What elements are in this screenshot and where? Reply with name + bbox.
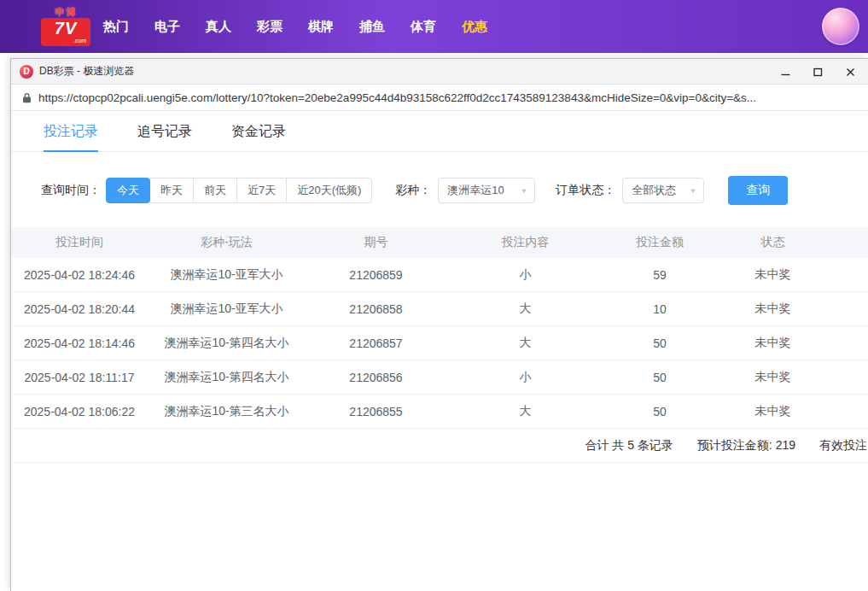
table-row: 2025-04-02 18:14:46 澳洲幸运10-第四名大小 2120685… — [11, 326, 868, 360]
status-filter-label: 订单状态： — [556, 183, 615, 198]
summary-valid-bet: 有效投注 — [819, 438, 867, 453]
window-title: DB彩票 - 极速浏览器 — [39, 64, 134, 79]
tab-bet-records[interactable]: 投注记录 — [44, 112, 98, 151]
bet-records-table: 投注时间 彩种-玩法 期号 投注内容 投注金额 状态 2025-04-02 18… — [11, 227, 868, 463]
nav-item-slots[interactable]: 电子 — [147, 14, 188, 40]
top-navbar: 申博 7V .com 热门 电子 真人 彩票 棋牌 捕鱼 体育 优惠 — [0, 0, 868, 53]
bet-amount: 50 — [604, 336, 715, 350]
col-header-content: 投注内容 — [446, 235, 604, 250]
logo-badge: 7V .com — [41, 18, 90, 46]
lottery-select[interactable]: 澳洲幸运10 ▼ — [438, 178, 535, 203]
table-summary-row: 合计 共 5 条记录 预计投注金额: 219 有效投注 — [11, 429, 868, 463]
chevron-down-icon: ▼ — [520, 187, 527, 195]
filter-yesterday[interactable]: 昨天 — [149, 178, 194, 203]
record-tabs: 投注记录 追号记录 资金记录 — [11, 112, 868, 152]
lottery-filter-label: 彩种： — [395, 183, 431, 198]
bet-status: 未中奖 — [715, 267, 830, 283]
filter-day-before[interactable]: 前天 — [193, 178, 237, 203]
col-header-status: 状态 — [715, 235, 830, 250]
filter-last-20days[interactable]: 近20天(低频) — [286, 178, 372, 203]
window-titlebar: D DB彩票 - 极速浏览器 — [11, 59, 868, 85]
query-button[interactable]: 查询 — [728, 176, 788, 205]
bet-content: 小 — [446, 370, 604, 385]
user-avatar[interactable] — [822, 8, 859, 45]
bet-play: 澳洲幸运10-第四名大小 — [148, 336, 306, 351]
bet-time: 2025-04-02 18:20:44 — [11, 302, 148, 316]
minimize-icon — [781, 67, 790, 77]
nav-item-sports[interactable]: 体育 — [403, 14, 444, 40]
logo-text-sub: .com — [45, 38, 86, 44]
bet-status: 未中奖 — [715, 336, 830, 351]
bet-time: 2025-04-02 18:24:46 — [11, 268, 148, 282]
bet-content: 大 — [446, 336, 604, 351]
bet-issue: 21206859 — [306, 268, 446, 282]
filter-bar: 查询时间： 今天 昨天 前天 近7天 近20天(低频) 彩种： 澳洲幸运10 ▼… — [41, 176, 868, 205]
bet-issue: 21206856 — [306, 371, 446, 384]
logo-text-cn: 申博 — [41, 7, 90, 18]
bet-amount: 50 — [604, 371, 715, 384]
bet-status: 未中奖 — [715, 404, 830, 419]
col-header-issue: 期号 — [306, 235, 446, 250]
nav-item-chess[interactable]: 棋牌 — [300, 14, 341, 40]
nav-item-promo[interactable]: 优惠 — [454, 14, 495, 40]
bet-content: 小 — [446, 267, 604, 283]
order-status-select[interactable]: 全部状态 ▼ — [622, 178, 704, 203]
tab-fund-records[interactable]: 资金记录 — [231, 112, 286, 151]
tab-chase-records[interactable]: 追号记录 — [137, 112, 192, 151]
time-filter-group: 今天 昨天 前天 近7天 近20天(低频) — [106, 178, 372, 203]
table-row: 2025-04-02 18:20:44 澳洲幸运10-亚军大小 21206858… — [11, 292, 868, 326]
bet-time: 2025-04-02 18:11:17 — [11, 371, 148, 384]
table-row: 2025-04-02 18:24:46 澳洲幸运10-亚军大小 21206859… — [11, 258, 868, 292]
status-select-value: 全部状态 — [632, 183, 676, 198]
address-bar[interactable]: https://ctopcp02pcali.uengi5e.com/lotter… — [11, 85, 868, 111]
main-nav: 热门 电子 真人 彩票 棋牌 捕鱼 体育 优惠 — [96, 14, 495, 40]
close-icon — [846, 67, 855, 77]
bet-issue: 21206855 — [306, 405, 446, 418]
close-button[interactable] — [834, 59, 866, 85]
bet-play: 澳洲幸运10-亚军大小 — [148, 301, 306, 317]
filter-today[interactable]: 今天 — [106, 178, 150, 203]
lottery-select-value: 澳洲幸运10 — [447, 183, 504, 198]
bet-status: 未中奖 — [715, 301, 830, 317]
bet-issue: 21206857 — [306, 336, 446, 350]
col-header-time: 投注时间 — [11, 235, 148, 250]
site-favicon-icon: D — [20, 65, 33, 79]
col-header-play: 彩种-玩法 — [148, 235, 306, 250]
site-logo[interactable]: 申博 7V .com — [41, 7, 90, 46]
nav-item-lottery[interactable]: 彩票 — [249, 14, 290, 40]
bet-time: 2025-04-02 18:06:22 — [11, 405, 148, 418]
table-row: 2025-04-02 18:11:17 澳洲幸运10-第四名大小 2120685… — [11, 360, 868, 395]
url-text[interactable]: https://ctopcp02pcali.uengi5e.com/lotter… — [38, 91, 856, 104]
lock-icon — [22, 92, 32, 103]
bet-content: 大 — [446, 404, 604, 419]
table-header-row: 投注时间 彩种-玩法 期号 投注内容 投注金额 状态 — [11, 227, 868, 258]
bet-time: 2025-04-02 18:14:46 — [11, 336, 148, 350]
bet-amount: 59 — [604, 268, 715, 282]
bet-amount: 50 — [604, 405, 715, 418]
chevron-down-icon: ▼ — [689, 187, 696, 195]
time-filter-label: 查询时间： — [41, 183, 101, 198]
table-row: 2025-04-02 18:06:22 澳洲幸运10-第三名大小 2120685… — [11, 395, 868, 429]
logo-text-main: 7V — [45, 20, 86, 37]
bet-amount: 10 — [604, 302, 715, 316]
minimize-button[interactable] — [769, 59, 801, 85]
bet-issue: 21206858 — [306, 302, 446, 316]
bet-content: 大 — [446, 301, 604, 317]
summary-expected-amount: 预计投注金额: 219 — [697, 438, 795, 453]
maximize-button[interactable] — [801, 59, 834, 85]
browser-window: D DB彩票 - 极速浏览器 https://ctopcp02pcali.uen… — [10, 58, 868, 591]
filter-last-7days[interactable]: 近7天 — [236, 178, 287, 203]
bet-status: 未中奖 — [715, 370, 830, 385]
nav-item-fishing[interactable]: 捕鱼 — [352, 14, 393, 40]
col-header-amount: 投注金额 — [604, 235, 715, 250]
maximize-icon — [813, 67, 823, 77]
window-controls — [769, 59, 866, 85]
nav-item-hot[interactable]: 热门 — [96, 14, 137, 40]
summary-total: 合计 共 5 条记录 — [585, 438, 673, 453]
bet-play: 澳洲幸运10-第四名大小 — [148, 370, 306, 385]
nav-item-live[interactable]: 真人 — [198, 14, 239, 40]
bet-play: 澳洲幸运10-亚军大小 — [148, 267, 306, 283]
bet-play: 澳洲幸运10-第三名大小 — [148, 404, 306, 419]
lottery-page: 投注记录 追号记录 资金记录 查询时间： 今天 昨天 前天 近7天 近20天(低… — [11, 112, 868, 591]
